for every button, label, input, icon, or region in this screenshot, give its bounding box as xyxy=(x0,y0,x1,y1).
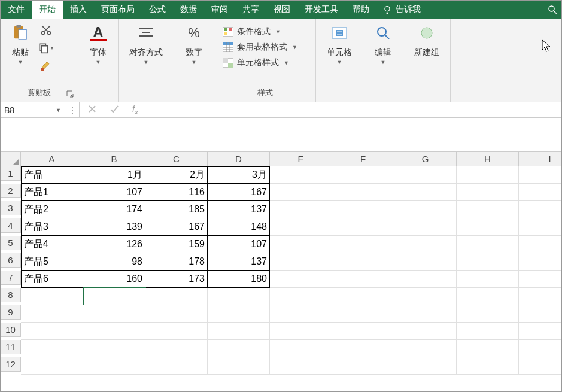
cell-F4[interactable] xyxy=(332,218,394,236)
row-header-11[interactable]: 11 xyxy=(1,340,21,354)
cell-D6[interactable]: 137 xyxy=(208,253,270,271)
cell-G5[interactable] xyxy=(394,236,457,253)
cell-E4[interactable] xyxy=(270,218,332,236)
cell-D9[interactable] xyxy=(208,305,270,323)
search-button[interactable] xyxy=(547,1,561,19)
formula-input[interactable] xyxy=(147,102,561,117)
cell-G7[interactable] xyxy=(394,271,457,288)
cell-H11[interactable] xyxy=(457,340,519,357)
cell-G11[interactable] xyxy=(394,340,457,357)
cell-I12[interactable] xyxy=(519,357,562,375)
cell-I1[interactable] xyxy=(519,166,562,184)
spreadsheet-grid[interactable]: A B C D E F G H I 1 产品 1月 2月 3月 2 产品1 10… xyxy=(1,151,561,375)
cell-F1[interactable] xyxy=(332,166,394,184)
tab-view[interactable]: 视图 xyxy=(266,1,297,19)
cell-G8[interactable] xyxy=(394,288,457,305)
cell-H6[interactable] xyxy=(457,253,519,271)
cell-D7[interactable]: 180 xyxy=(208,271,270,288)
cell-I7[interactable] xyxy=(519,271,562,288)
cell-A12[interactable] xyxy=(21,357,83,375)
cell-F5[interactable] xyxy=(332,236,394,253)
cell-C9[interactable] xyxy=(145,305,208,323)
cell-D3[interactable]: 137 xyxy=(208,201,270,218)
cell-D1[interactable]: 3月 xyxy=(208,166,270,184)
cell-I6[interactable] xyxy=(519,253,562,271)
row-header-6[interactable]: 6 xyxy=(1,253,21,268)
cell-C5[interactable]: 159 xyxy=(145,236,208,253)
cell-A4[interactable]: 产品3 xyxy=(21,218,83,236)
tab-developer[interactable]: 开发工具 xyxy=(297,1,345,19)
cell-A8[interactable] xyxy=(21,288,83,305)
tab-data[interactable]: 数据 xyxy=(173,1,204,19)
cell-E2[interactable] xyxy=(270,184,332,201)
tab-file[interactable]: 文件 xyxy=(1,1,32,19)
cell-D11[interactable] xyxy=(208,340,270,357)
cell-G9[interactable] xyxy=(394,305,457,323)
cell-I5[interactable] xyxy=(519,236,562,253)
col-header-D[interactable]: D xyxy=(208,152,270,166)
cell-G12[interactable] xyxy=(394,357,457,375)
row-header-9[interactable]: 9 xyxy=(1,305,21,320)
cell-D12[interactable] xyxy=(208,357,270,375)
col-header-I[interactable]: I xyxy=(519,152,562,166)
format-as-table-button[interactable]: 套用表格格式 ▼ xyxy=(219,40,301,54)
cell-D5[interactable]: 107 xyxy=(208,236,270,253)
cell-F11[interactable] xyxy=(332,340,394,357)
cell-F3[interactable] xyxy=(332,201,394,218)
font-group-button[interactable]: A 字体 ▼ xyxy=(83,22,113,68)
cell-G6[interactable] xyxy=(394,253,457,271)
cell-D10[interactable] xyxy=(208,323,270,340)
fx-button[interactable]: fx xyxy=(132,104,138,116)
cell-D8[interactable] xyxy=(208,288,270,305)
cell-I4[interactable] xyxy=(519,218,562,236)
cell-I11[interactable] xyxy=(519,340,562,357)
cell-C12[interactable] xyxy=(145,357,208,375)
number-format-button[interactable]: % 数字 ▼ xyxy=(179,22,209,68)
name-box[interactable]: B8 ▼ xyxy=(1,102,65,117)
cell-E7[interactable] xyxy=(270,271,332,288)
cell-E8[interactable] xyxy=(270,288,332,305)
cell-F7[interactable] xyxy=(332,271,394,288)
tab-page-layout[interactable]: 页面布局 xyxy=(94,1,142,19)
cut-button[interactable] xyxy=(38,22,54,38)
copy-button[interactable]: ▼ xyxy=(38,40,54,56)
cell-H1[interactable] xyxy=(457,166,519,184)
cell-B10[interactable] xyxy=(83,323,145,340)
col-header-B[interactable]: B xyxy=(83,152,145,166)
cell-styles-button[interactable]: 单元格样式 ▼ xyxy=(219,56,293,70)
cell-B9[interactable] xyxy=(83,305,145,323)
cell-F9[interactable] xyxy=(332,305,394,323)
cell-A7[interactable]: 产品6 xyxy=(21,271,83,288)
col-header-C[interactable]: C xyxy=(145,152,208,166)
cells-button[interactable]: 单元格 ▼ xyxy=(321,22,358,68)
cell-C2[interactable]: 116 xyxy=(145,184,208,201)
cell-A1[interactable]: 产品 xyxy=(21,166,83,184)
cell-E3[interactable] xyxy=(270,201,332,218)
cell-C8[interactable] xyxy=(145,288,208,305)
paste-button[interactable]: 粘贴 ▼ xyxy=(5,22,35,68)
row-header-3[interactable]: 3 xyxy=(1,201,21,215)
cell-C11[interactable] xyxy=(145,340,208,357)
cell-A2[interactable]: 产品1 xyxy=(21,184,83,201)
col-header-F[interactable]: F xyxy=(332,152,394,166)
cell-A6[interactable]: 产品5 xyxy=(21,253,83,271)
row-header-5[interactable]: 5 xyxy=(1,236,21,250)
cell-A3[interactable]: 产品2 xyxy=(21,201,83,218)
row-header-7[interactable]: 7 xyxy=(1,271,21,285)
cell-B6[interactable]: 98 xyxy=(83,253,145,271)
cell-D4[interactable]: 148 xyxy=(208,218,270,236)
cell-F10[interactable] xyxy=(332,323,394,340)
cell-B8[interactable] xyxy=(83,288,145,305)
col-header-G[interactable]: G xyxy=(394,152,457,166)
editing-button[interactable]: 编辑 ▼ xyxy=(368,22,398,68)
cell-B7[interactable]: 160 xyxy=(83,271,145,288)
col-header-A[interactable]: A xyxy=(21,152,83,166)
cell-A10[interactable] xyxy=(21,323,83,340)
row-header-2[interactable]: 2 xyxy=(1,184,21,198)
cell-C10[interactable] xyxy=(145,323,208,340)
row-header-12[interactable]: 12 xyxy=(1,357,21,372)
cell-G4[interactable] xyxy=(394,218,457,236)
col-header-H[interactable]: H xyxy=(457,152,519,166)
cell-F2[interactable] xyxy=(332,184,394,201)
col-header-E[interactable]: E xyxy=(270,152,332,166)
